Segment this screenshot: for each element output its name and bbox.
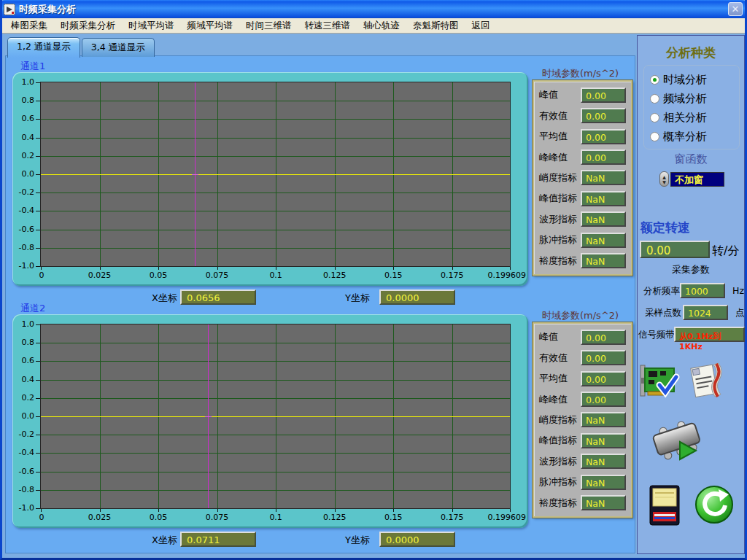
y-axis-tick — [36, 101, 40, 101]
param-label: 平均值 — [539, 372, 568, 385]
sample-points-label: 采样点数 — [645, 307, 681, 319]
close-button[interactable]: ✕ — [728, 2, 743, 16]
y-axis-tick — [36, 156, 40, 157]
cursor-coordinates-row: X坐标 0.0656 Y坐标 0.0000 — [2, 289, 637, 306]
rated-speed-input[interactable]: 0.00 — [640, 241, 710, 258]
menu-item-3[interactable]: 频域平均谱 — [181, 18, 240, 34]
title-bar: 时频采集分析 ✕ — [0, 0, 747, 18]
y-axis-label: -0.8 — [19, 485, 34, 494]
reset-button[interactable] — [694, 485, 734, 527]
y-axis-tick — [36, 361, 40, 362]
app-icon — [4, 4, 15, 15]
y-axis-label: 0.2 — [22, 393, 35, 402]
window-title: 时频采集分析 — [19, 3, 76, 16]
x-axis-tick — [393, 509, 394, 512]
report-button[interactable] — [686, 362, 725, 402]
analysis-frequency-row: 分析频率 1000 Hz — [643, 283, 746, 299]
floppy-disk-icon — [648, 484, 681, 526]
run-chip-button[interactable] — [652, 420, 702, 467]
save-button[interactable] — [648, 484, 681, 529]
menu-item-2[interactable]: 时域平均谱 — [122, 18, 181, 34]
tab-0[interactable]: 1,2 通道显示 — [7, 37, 80, 58]
menu-item-4[interactable]: 时间三维谱 — [239, 18, 298, 34]
y-coord-label: Y坐标 — [345, 534, 370, 547]
param-value: 0.00 — [581, 149, 626, 165]
time-domain-params-title: 时域参数(m/s^2) — [542, 309, 619, 322]
analysis-type-title: 分析种类 — [638, 44, 744, 61]
menu-item-1[interactable]: 时频采集分析 — [54, 18, 122, 34]
x-coord-value[interactable]: 0.0656 — [180, 289, 256, 305]
radio-option-2[interactable]: 相关分析 — [650, 108, 739, 127]
y-axis-tick — [36, 453, 40, 454]
tab-strip: 1,2 通道显示3,4 通道显示 — [7, 37, 156, 58]
param-label: 脉冲指标 — [539, 233, 577, 246]
param-value: 0.00 — [581, 108, 626, 123]
analysis-type-group: 时域分析频域分析相关分析概率分析 — [643, 65, 740, 149]
menu-item-0[interactable]: 棒图采集 — [4, 18, 54, 34]
cursor-marker — [205, 416, 212, 417]
radio-label: 时域分析 — [663, 73, 707, 87]
window-function-combo[interactable]: ▲▼ 不加窗 — [659, 171, 724, 187]
rated-speed-title: 额定转速 — [640, 219, 690, 236]
param-value: NaN — [581, 454, 626, 469]
param-row: 峰值指标NaN — [539, 432, 626, 448]
menu-item-8[interactable]: 返回 — [465, 18, 497, 34]
y-coord-value[interactable]: 0.0000 — [379, 289, 455, 305]
menu-item-6[interactable]: 轴心轨迹 — [357, 18, 406, 34]
time-domain-params-panel: 峰值0.00有效值0.00平均值0.00峰峰值0.00峭度指标NaN峰值指标Na… — [533, 322, 632, 518]
y-axis-label: 0.8 — [22, 96, 35, 105]
param-row: 峰值0.00 — [539, 329, 626, 345]
radio-icon — [650, 132, 659, 141]
spinner-icon[interactable]: ▲▼ — [659, 171, 669, 187]
y-axis-tick — [36, 380, 40, 381]
param-label: 裕度指标 — [539, 497, 577, 510]
param-label: 峰值 — [539, 330, 558, 343]
param-value: NaN — [581, 495, 626, 510]
x-axis-label: 0 — [39, 271, 44, 280]
menu-item-7[interactable]: 奈魁斯特图 — [406, 18, 465, 34]
y-axis-label: 1.0 — [22, 319, 35, 329]
param-value: 0.00 — [581, 371, 626, 386]
daq-card-button[interactable] — [639, 363, 680, 404]
y-axis-label: 1.0 — [22, 77, 35, 87]
param-label: 峰值 — [539, 88, 558, 101]
x-axis-tick — [217, 267, 218, 270]
radio-option-1[interactable]: 频域分析 — [650, 89, 739, 108]
radio-option-3[interactable]: 概率分析 — [650, 127, 739, 146]
analysis-frequency-input[interactable]: 1000 — [680, 283, 725, 298]
window-function-title: 窗函数 — [638, 152, 744, 166]
y-axis-label: -0.6 — [19, 466, 34, 475]
control-sidebar: 分析种类 时域分析频域分析相关分析概率分析 窗函数 ▲▼ 不加窗 额定转速 0.… — [637, 35, 745, 554]
waveform-plot[interactable]: 1.00.80.60.40.20.0-0.2-0.4-0.6-0.8-1.000… — [40, 82, 511, 267]
x-coord-value[interactable]: 0.0711 — [180, 532, 256, 547]
sample-points-input[interactable]: 1024 — [683, 305, 728, 320]
param-row: 波形指标NaN — [539, 454, 626, 470]
cursor-coordinates-row: X坐标 0.0711 Y坐标 0.0000 — [2, 532, 637, 548]
time-domain-params-panel: 峰值0.00有效值0.00平均值0.00峰峰值0.00峭度指标NaN峰值指标Na… — [533, 80, 632, 276]
x-axis-tick — [158, 509, 159, 512]
waveform-plot[interactable]: 1.00.80.60.40.20.0-0.2-0.4-0.6-0.8-1.000… — [40, 324, 511, 509]
y-axis-label: 0.4 — [22, 132, 35, 141]
menu-item-5[interactable]: 转速三维谱 — [298, 18, 357, 34]
y-axis-label: 0.0 — [22, 411, 35, 421]
param-label: 裕度指标 — [539, 254, 577, 268]
signal-trace — [41, 174, 510, 175]
y-axis-tick — [36, 343, 40, 343]
param-row: 峰峰值0.00 — [539, 149, 626, 166]
window-function-value[interactable]: 不加窗 — [670, 172, 724, 187]
radio-option-0[interactable]: 时域分析 — [650, 70, 739, 89]
y-axis-tick — [36, 416, 40, 417]
y-axis-tick — [36, 82, 40, 83]
tab-1[interactable]: 3,4 通道显示 — [82, 38, 155, 57]
y-axis-tick — [36, 211, 40, 211]
y-axis-tick — [36, 248, 40, 249]
param-value: 0.00 — [581, 392, 626, 407]
y-coord-value[interactable]: 0.0000 — [379, 532, 455, 547]
param-value: NaN — [581, 233, 626, 248]
x-axis-label: 0.025 — [88, 271, 112, 280]
x-axis-tick — [335, 267, 336, 270]
x-axis-tick — [100, 267, 101, 270]
param-label: 脉冲指标 — [539, 475, 577, 489]
x-axis-label: 0.15 — [384, 513, 403, 522]
chart-frame: 1.00.80.60.40.20.0-0.2-0.4-0.6-0.8-1.000… — [12, 72, 528, 286]
